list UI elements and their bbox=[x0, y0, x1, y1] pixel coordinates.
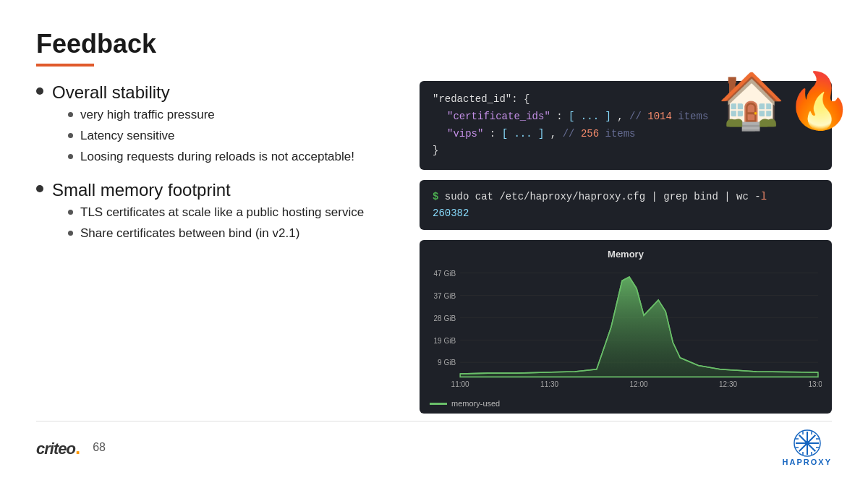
sub-dot-2-1 bbox=[68, 210, 73, 215]
bullet-overall-stability: Overall stability very high traffic pres… bbox=[36, 81, 398, 171]
sub-bullet-1-2: Latency sensitive bbox=[68, 127, 354, 145]
svg-point-19 bbox=[805, 441, 809, 445]
json-cert-num: 1014 bbox=[647, 111, 672, 122]
x-label-1300: 13:00 bbox=[808, 380, 822, 388]
legend-line bbox=[430, 403, 447, 405]
bullet-dot-main-2 bbox=[36, 185, 43, 192]
haproxy-icon bbox=[793, 429, 822, 458]
memory-chart-svg: 47 GiB 37 GiB 28 GiB 19 GiB 9 GiB bbox=[430, 265, 822, 396]
x-label-1230: 12:30 bbox=[719, 380, 737, 388]
chart-title: Memory bbox=[430, 249, 822, 260]
footer-page-number: 68 bbox=[93, 441, 106, 454]
footer: criteo. 68 bbox=[36, 421, 832, 466]
x-label-1200: 12:00 bbox=[630, 380, 648, 388]
y-label-19gib: 19 GiB bbox=[434, 336, 456, 344]
bullet-main-text-2: Small memory footprint bbox=[52, 179, 364, 201]
sub-text-2-1: TLS certificates at scale like a public … bbox=[80, 204, 364, 221]
x-label-1130: 11:30 bbox=[540, 380, 558, 388]
json-line1: "redacted_id": { bbox=[433, 93, 529, 105]
sub-text-1-1: very high traffic pressure bbox=[80, 106, 215, 124]
left-column: Overall stability very high traffic pres… bbox=[36, 81, 398, 414]
json-vips-num: 256 bbox=[581, 128, 599, 140]
bullet-memory-footprint: Small memory footprint TLS certificates … bbox=[36, 179, 398, 248]
sub-bullet-1-1: very high traffic pressure bbox=[68, 106, 354, 124]
terminal-code-block: $ sudo cat /etc/haproxy/haproxy.cfg | gr… bbox=[420, 180, 832, 230]
terminal-command: sudo cat /etc/haproxy/haproxy.cfg | grep… bbox=[445, 191, 761, 202]
sub-bullets-2: TLS certificates at scale like a public … bbox=[68, 204, 364, 242]
y-label-37gib: 37 GiB bbox=[434, 291, 456, 299]
slide-title: Feedback bbox=[36, 29, 832, 81]
bullet-main-text-1: Overall stability bbox=[52, 81, 354, 103]
chart-area: 47 GiB 37 GiB 28 GiB 19 GiB 9 GiB bbox=[430, 265, 822, 396]
sub-dot-2-2 bbox=[68, 231, 73, 236]
terminal-prompt: $ bbox=[433, 191, 438, 202]
y-label-9gib: 9 GiB bbox=[438, 359, 456, 367]
sub-bullets-1: very high traffic pressure Latency sensi… bbox=[68, 106, 354, 165]
right-column: "redacted_id": { "certificate_ids" : [ .… bbox=[420, 81, 832, 414]
sub-text-1-2: Latency sensitive bbox=[80, 127, 174, 145]
json-vips-key: "vips" bbox=[447, 128, 483, 140]
sub-bullet-2-2: Share certificates between bind (in v2.1… bbox=[68, 225, 364, 242]
title-underline bbox=[36, 64, 94, 67]
legend-text: memory-used bbox=[451, 399, 500, 408]
sub-text-1-3: Loosing requests during reloads is not a… bbox=[80, 148, 354, 166]
footer-left: criteo. 68 bbox=[36, 437, 106, 459]
sub-bullet-1-3: Loosing requests during reloads is not a… bbox=[68, 148, 354, 166]
json-vips-arr: [ ... ] bbox=[502, 128, 545, 140]
content-row: Overall stability very high traffic pres… bbox=[36, 81, 832, 414]
sub-bullet-2-1: TLS certificates at scale like a public … bbox=[68, 204, 364, 221]
json-cert-comment: // bbox=[629, 111, 647, 122]
terminal-flag: l bbox=[761, 191, 767, 202]
sub-dot-1-1 bbox=[68, 112, 73, 117]
y-label-28gib: 28 GiB bbox=[434, 314, 456, 322]
chart-legend: memory-used bbox=[430, 399, 822, 408]
sub-text-2-2: Share certificates between bind (in v2.1… bbox=[80, 225, 299, 242]
house-fire-icon: 🏠🔥 bbox=[718, 74, 854, 128]
haproxy-logo: HAPROXY bbox=[783, 429, 832, 466]
criteo-logo: criteo. bbox=[36, 437, 80, 459]
haproxy-label: HAPROXY bbox=[783, 458, 832, 466]
y-label-47gib: 47 GiB bbox=[434, 270, 456, 278]
terminal-result: 260382 bbox=[433, 207, 469, 219]
x-label-1100: 11:00 bbox=[451, 380, 469, 388]
sub-dot-1-2 bbox=[68, 133, 73, 138]
json-vips-comment: // bbox=[563, 128, 581, 140]
bullet-dot-main-1 bbox=[36, 87, 43, 95]
json-close: } bbox=[433, 145, 438, 156]
sub-dot-1-3 bbox=[68, 154, 73, 159]
memory-area bbox=[460, 277, 818, 377]
json-cert-key: "certificate_ids" bbox=[447, 111, 550, 122]
memory-chart-container: Memory 47 GiB 37 GiB 28 GiB 19 GiB 9 GiB bbox=[420, 240, 832, 414]
slide: Feedback Overall stability very high tra… bbox=[0, 0, 868, 488]
json-cert-arr: [ ... ] bbox=[569, 111, 611, 122]
